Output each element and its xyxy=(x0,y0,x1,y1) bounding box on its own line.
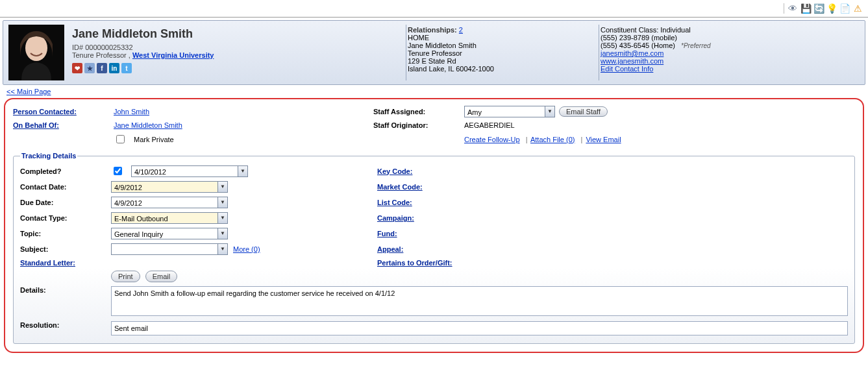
chevron-down-icon: ▼ xyxy=(217,213,227,223)
relationships-label: Relationships: 2 xyxy=(408,26,589,34)
appeal-label[interactable]: Appeal: xyxy=(377,245,403,253)
subject-select[interactable]: ▼ xyxy=(111,243,228,255)
bulb-icon[interactable]: 💡 xyxy=(826,3,837,14)
market-code-label[interactable]: Market Code: xyxy=(377,183,423,191)
topic-select[interactable]: General Inquiry ▼ xyxy=(111,228,228,239)
view-email-link[interactable]: View Email xyxy=(586,136,621,143)
contact-type-label: Contact Type: xyxy=(20,214,111,222)
email-staff-button[interactable]: Email Staff xyxy=(559,106,608,117)
contact-date-label: Contact Date: xyxy=(20,183,111,191)
details-textarea[interactable] xyxy=(111,286,848,316)
email-link[interactable]: janesmith@me.com xyxy=(601,49,663,57)
staff-originator-label: Staff Originator: xyxy=(373,121,464,129)
chevron-down-icon: ▼ xyxy=(545,106,554,117)
more-link[interactable]: More (0) xyxy=(233,245,260,253)
chevron-down-icon: ▼ xyxy=(217,228,227,239)
rel-home: HOME xyxy=(408,34,589,42)
attach-file-link[interactable]: Attach File (0) xyxy=(530,136,575,143)
phone-home-row: (555) 435-6545 (Home) *Preferred xyxy=(601,42,852,49)
mark-private-label: Mark Private xyxy=(134,136,174,143)
refresh-icon[interactable]: 🔄 xyxy=(813,3,824,14)
list-code-label[interactable]: List Code: xyxy=(377,199,412,206)
rel-addr2: Island Lake, IL 60042-1000 xyxy=(408,65,589,73)
phone-mobile: (555) 239-8789 (mobile) xyxy=(601,34,852,42)
heart-icon[interactable]: ❤ xyxy=(72,63,82,73)
main-page-link[interactable]: << Main Page xyxy=(6,88,51,95)
constituent-role: Tenure Professor , West Virginia Univers… xyxy=(72,51,397,59)
contact-type-value: E-Mail Outbound xyxy=(114,215,168,223)
campaign-label[interactable]: Campaign: xyxy=(377,214,414,222)
constituent-class: Constituent Class: Individual xyxy=(601,26,852,34)
person-contacted-value[interactable]: John Smith xyxy=(114,108,149,116)
star-icon[interactable]: ★ xyxy=(84,63,95,73)
due-date-label: Due Date: xyxy=(20,199,111,206)
top-toolbar: 👁 💾 🔄 💡 📄 ⚠ xyxy=(0,0,868,18)
completed-date-select[interactable]: 4/10/2012 ▼ xyxy=(131,165,248,177)
avatar xyxy=(8,25,64,80)
constituent-name: Jane Middleton Smith xyxy=(72,27,397,41)
topic-label: Topic: xyxy=(20,230,111,237)
role-text: Tenure Professor , xyxy=(72,51,132,59)
standard-letter-label[interactable]: Standard Letter: xyxy=(20,259,75,267)
details-label: Details: xyxy=(20,286,111,294)
eye-icon[interactable]: 👁 xyxy=(787,3,798,14)
phone-home: (555) 435-6545 (Home) xyxy=(601,42,675,49)
on-behalf-label[interactable]: On Behalf Of: xyxy=(13,121,59,129)
fund-label[interactable]: Fund: xyxy=(377,230,397,237)
constituent-header: Jane Middleton Smith ID# 000000025332 Te… xyxy=(3,20,865,85)
tracking-legend: Tracking Details xyxy=(20,152,77,160)
relationships-count-link[interactable]: 2 xyxy=(459,26,463,34)
staff-assigned-label: Staff Assigned: xyxy=(373,108,464,116)
create-followup-link[interactable]: Create Follow-Up xyxy=(464,136,520,143)
rel-name: Jane Middleton Smith xyxy=(408,42,589,49)
contact-type-select[interactable]: E-Mail Outbound ▼ xyxy=(111,212,228,224)
website-link[interactable]: www.janesmith.com xyxy=(601,57,663,65)
contact-date-select[interactable]: 4/9/2012 ▼ xyxy=(111,181,228,193)
tracking-details-fieldset: Tracking Details Completed? 4/10/2012 ▼ … xyxy=(13,152,855,344)
due-date-value: 4/9/2012 xyxy=(114,199,142,207)
email-button[interactable]: Email xyxy=(145,271,178,282)
relationships-label-text: Relationships: xyxy=(408,26,457,34)
staff-originator-value: AEGABERDIEL xyxy=(464,121,855,129)
mark-private-checkbox[interactable] xyxy=(116,135,125,143)
edit-contact-link[interactable]: Edit Contact Info xyxy=(601,65,653,73)
facebook-icon[interactable]: f xyxy=(97,63,107,73)
svg-point-1 xyxy=(25,35,47,61)
constituent-id: ID# 000000025332 xyxy=(72,43,397,51)
chevron-down-icon: ▼ xyxy=(238,166,247,176)
resolution-label: Resolution: xyxy=(20,321,111,329)
pertains-label[interactable]: Pertains to Order/Gift: xyxy=(377,259,453,267)
on-behalf-value[interactable]: Jane Middleton Smith xyxy=(114,121,182,129)
completed-date-value: 4/10/2012 xyxy=(134,168,166,176)
chevron-down-icon: ▼ xyxy=(217,197,227,208)
tracking-form: Person Contacted: John Smith Staff Assig… xyxy=(4,98,864,353)
key-code-label[interactable]: Key Code: xyxy=(377,167,412,175)
contact-date-value: 4/9/2012 xyxy=(114,184,142,191)
warn-icon[interactable]: ⚠ xyxy=(852,3,863,14)
action-links: Create Follow-Up | Attach File (0) | Vie… xyxy=(464,136,855,143)
print-button[interactable]: Print xyxy=(111,271,140,282)
completed-label: Completed? xyxy=(20,167,111,175)
rel-addr1: 129 E State Rd xyxy=(408,57,589,65)
preferred-badge: *Preferred xyxy=(681,42,711,49)
subject-label: Subject: xyxy=(20,245,111,253)
person-contacted-label[interactable]: Person Contacted: xyxy=(13,108,77,116)
twitter-icon[interactable]: t xyxy=(121,63,132,73)
staff-assigned-value: Amy xyxy=(467,108,482,116)
chevron-down-icon: ▼ xyxy=(217,182,227,192)
staff-assigned-select[interactable]: Amy ▼ xyxy=(464,106,555,117)
org-link[interactable]: West Virginia University xyxy=(132,51,214,59)
resolution-textarea[interactable] xyxy=(111,321,848,335)
due-date-select[interactable]: 4/9/2012 ▼ xyxy=(111,197,228,208)
rel-title-text: Tenure Professor xyxy=(408,49,589,57)
topic-value: General Inquiry xyxy=(114,230,163,238)
save-icon[interactable]: 💾 xyxy=(800,3,811,14)
social-icons: ❤ ★ f in t xyxy=(72,63,397,73)
report-icon[interactable]: 📄 xyxy=(839,3,850,14)
linkedin-icon[interactable]: in xyxy=(109,63,119,73)
completed-checkbox[interactable] xyxy=(114,167,122,175)
chevron-down-icon: ▼ xyxy=(217,244,227,254)
